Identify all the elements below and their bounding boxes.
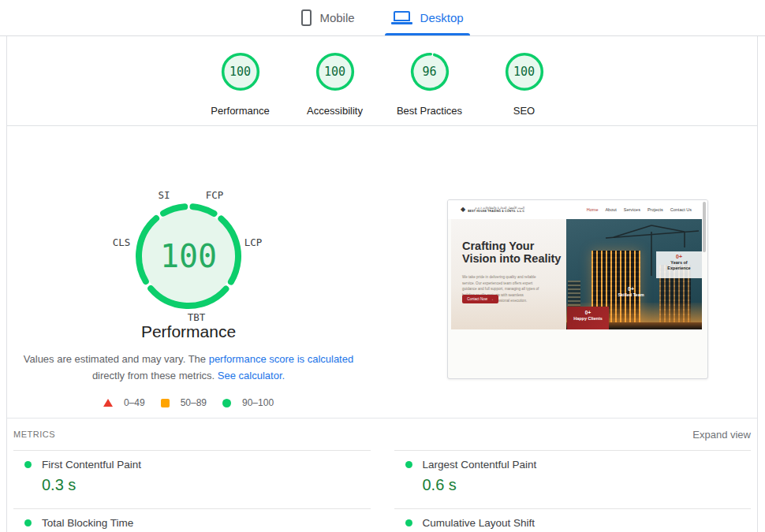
category-label: SEO bbox=[513, 105, 535, 117]
laptop-icon bbox=[391, 11, 412, 24]
metrics-heading: METRICS bbox=[13, 430, 55, 439]
preview-nav-about: About bbox=[605, 207, 616, 212]
clients-number: 0+ bbox=[567, 310, 609, 315]
report-card: 100 Performance 100 Accessibility bbox=[6, 36, 758, 532]
team-label: Skilled Team bbox=[606, 292, 656, 297]
category-accessibility[interactable]: 100 Accessibility bbox=[315, 36, 355, 125]
legend-average-range: 50–89 bbox=[181, 397, 207, 408]
legend-fail: 0–49 bbox=[103, 397, 145, 408]
average-square-icon bbox=[161, 399, 170, 407]
preview-hero-heading: Crafting Your Vision into Reality bbox=[462, 240, 565, 265]
gauge-label-cls: CLS bbox=[113, 236, 131, 248]
tab-desktop[interactable]: Desktop bbox=[385, 0, 470, 35]
metric-total-blocking-time: Total Blocking Time bbox=[13, 508, 371, 532]
preview-contact-button: Contact Now→ bbox=[462, 295, 498, 303]
score-value: 100 bbox=[315, 52, 355, 91]
category-scores: 100 Performance 100 Accessibility bbox=[7, 36, 757, 126]
pass-dot-icon bbox=[24, 519, 32, 526]
score-legend: 0–49 50–89 90–100 bbox=[7, 397, 370, 408]
legend-pass-range: 90–100 bbox=[242, 397, 274, 408]
phone-icon bbox=[301, 9, 312, 26]
preview-site-logo: ◆ البيت الأفضل للتجارة والمقاولات ذ.م.م … bbox=[461, 206, 524, 214]
score-value: 100 bbox=[221, 52, 260, 91]
metric-name: Cumulative Layout Shift bbox=[423, 517, 536, 529]
site-logo-english: BEST HOUSE TRADING & CONTG. L.L.C bbox=[468, 210, 524, 213]
team-number: 0+ bbox=[606, 286, 656, 292]
pass-circle-icon bbox=[222, 399, 231, 407]
score-value: 100 bbox=[505, 52, 544, 91]
metric-name: First Contentful Paint bbox=[42, 459, 141, 471]
fail-triangle-icon bbox=[103, 399, 113, 407]
preview-nav-services: Services bbox=[624, 207, 640, 212]
metric-name: Total Blocking Time bbox=[42, 517, 133, 529]
preview-scrollbar bbox=[703, 202, 706, 252]
category-label: Performance bbox=[211, 105, 269, 117]
category-seo[interactable]: 100 SEO bbox=[505, 36, 544, 125]
performance-section: 100 SI FCP LCP TBT CLS Performance Value… bbox=[7, 126, 757, 419]
metric-name: Largest Contentful Paint bbox=[423, 459, 537, 471]
pass-dot-icon bbox=[405, 461, 412, 468]
final-screenshot-thumbnail[interactable]: ◆ البيت الأفضل للتجارة والمقاولات ذ.م.م … bbox=[447, 199, 708, 379]
metric-cumulative-layout-shift: Cumulative Layout Shift bbox=[394, 508, 752, 532]
pagespeed-report: Mobile Desktop 100 bbox=[0, 0, 765, 532]
preview-site-header: ◆ البيت الأفضل للتجارة والمقاولات ذ.م.م … bbox=[448, 200, 707, 219]
preview-site-nav: Home About Services Projects Contact Us bbox=[587, 207, 692, 212]
metrics-section: METRICS Expand view First Contentful Pai… bbox=[7, 419, 757, 532]
preview-stat-years: 0+ Years of Experience bbox=[656, 251, 702, 278]
years-label: Years of Experience bbox=[663, 260, 695, 271]
legend-fail-range: 0–49 bbox=[124, 397, 145, 408]
preview-contact-label: Contact Now bbox=[467, 297, 487, 301]
metric-largest-contentful-paint: Largest Contentful Paint 0.6 s bbox=[394, 450, 752, 508]
preview-hero-text-panel: Crafting Your Vision into Reality We tak… bbox=[451, 219, 566, 329]
score-ring: 100 bbox=[315, 52, 355, 91]
preview-stat-team: 0+ Skilled Team bbox=[606, 286, 656, 297]
arrow-right-icon: → bbox=[490, 297, 494, 301]
years-number: 0+ bbox=[656, 254, 702, 259]
score-value: 96 bbox=[410, 52, 450, 91]
preview-nav-contact: Contact Us bbox=[670, 207, 692, 212]
expand-view-button[interactable]: Expand view bbox=[692, 429, 751, 441]
tab-mobile[interactable]: Mobile bbox=[295, 0, 360, 35]
score-ring: 96 bbox=[410, 52, 450, 91]
tab-mobile-label: Mobile bbox=[319, 11, 354, 24]
site-logo-icon: ◆ bbox=[461, 206, 465, 213]
gauge-label-tbt: TBT bbox=[188, 311, 206, 323]
category-label: Best Practices bbox=[397, 105, 462, 117]
performance-score-value: 100 bbox=[133, 201, 244, 311]
gauge-label-si: SI bbox=[158, 189, 170, 201]
metric-value: 0.3 s bbox=[42, 476, 371, 494]
metric-first-contentful-paint: First Contentful Paint 0.3 s bbox=[13, 450, 371, 508]
gauge-title: Performance bbox=[7, 322, 370, 341]
performance-gauge-column: 100 SI FCP LCP TBT CLS Performance Value… bbox=[7, 126, 370, 418]
calculator-explainer-link[interactable]: performance score is calculated bbox=[209, 353, 354, 365]
gauge-label-lcp: LCP bbox=[244, 236, 263, 248]
score-ring: 100 bbox=[505, 52, 544, 91]
legend-average: 50–89 bbox=[161, 397, 207, 408]
score-ring: 100 bbox=[221, 52, 260, 91]
preview-stat-clients: 0+ Happy Clients bbox=[567, 307, 609, 329]
legend-pass: 90–100 bbox=[222, 397, 274, 408]
gauge-label-fcp: FCP bbox=[206, 189, 224, 201]
metric-value: 0.6 s bbox=[423, 476, 752, 494]
tab-desktop-label: Desktop bbox=[420, 11, 464, 24]
preview-hero: Crafting Your Vision into Reality We tak… bbox=[451, 219, 702, 329]
pass-dot-icon bbox=[405, 519, 412, 526]
disclaimer-text: Values are estimated and may vary. The p… bbox=[19, 351, 358, 384]
device-tabbar: Mobile Desktop bbox=[0, 0, 765, 36]
disclaimer-middle: directly from these metrics. bbox=[92, 370, 218, 381]
category-label: Accessibility bbox=[307, 105, 363, 117]
category-performance[interactable]: 100 Performance bbox=[221, 36, 260, 125]
preview-nav-home: Home bbox=[587, 207, 599, 212]
see-calculator-link[interactable]: See calculator. bbox=[218, 370, 285, 381]
disclaimer-prefix: Values are estimated and may vary. The bbox=[24, 353, 209, 365]
pass-dot-icon bbox=[24, 461, 32, 468]
category-best-practices[interactable]: 96 Best Practices bbox=[410, 36, 450, 125]
active-tab-underline bbox=[385, 33, 470, 35]
preview-nav-projects: Projects bbox=[647, 207, 663, 212]
clients-label: Happy Clients bbox=[567, 316, 609, 321]
